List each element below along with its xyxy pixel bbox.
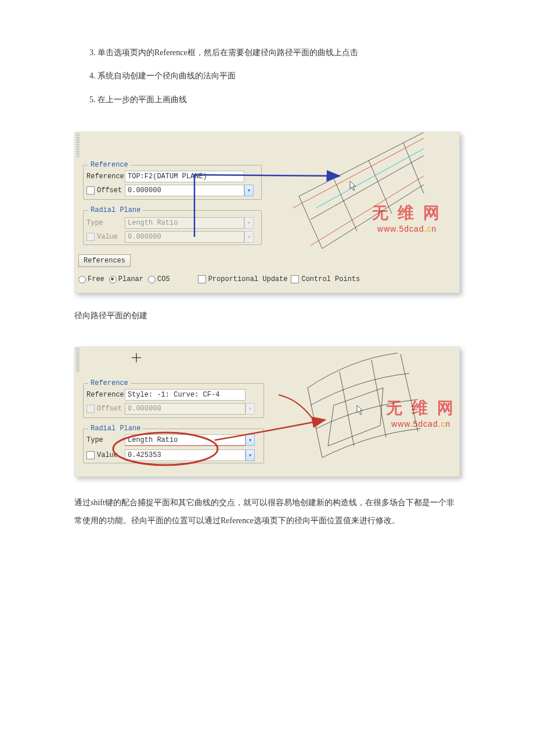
figure-2: Reference Reference Style: -1: Curve: CF… [74,347,460,477]
reference-group-legend-2: Reference [88,379,131,387]
radial-plane-group-legend: Radial Plane [88,206,143,214]
control-points-checkbox[interactable] [291,275,299,283]
type-dropdown-icon-2[interactable]: ▾ [246,434,255,446]
type-field-2[interactable]: Length Ratio [125,434,246,446]
figure-1: Reference Reference TOP:F2(DATUM PLANE) … [74,132,460,293]
value-row-2: Value 0.425353 ▾ [86,449,255,461]
radio-planar[interactable]: Planar [109,275,143,283]
offset-dropdown-icon[interactable]: ▾ [244,185,254,196]
offset-label-2: Offset [97,405,125,413]
step-list: 单击选项页内的Reference框，然后在需要创建径向路径平面的曲线上点击 系统… [74,46,460,106]
svg-line-10 [308,388,322,458]
offset-row-2: Offset 0.000000 ▾ [86,403,255,415]
offset-row: Offset 0.000000 ▾ [86,185,254,196]
reference-label-2: Reference [86,391,125,399]
svg-line-3 [299,196,322,249]
references-button-row: References [78,254,131,267]
svg-line-5 [369,160,392,214]
svg-line-11 [340,372,354,446]
value-field: 0.000000 [125,231,244,243]
svg-line-2 [322,185,424,249]
mode-row: Free Planar COS Proportional Update Cont… [78,275,392,283]
svg-line-13 [400,354,418,431]
reference-group-legend: Reference [88,161,131,169]
proportional-checkbox[interactable] [198,275,206,283]
ui-panel-2: Reference Reference Style: -1: Curve: CF… [75,347,459,476]
reference-field[interactable]: TOP:F2(DATUM PLANE) [125,171,244,182]
watermark: 无 维 网 www.5dcad.cn [372,202,442,233]
ui-panel-1: Reference Reference TOP:F2(DATUM PLANE) … [75,132,459,293]
value-label: Value [97,233,125,241]
watermark-2: 无 维 网 www.5dcad.cn [386,397,456,429]
step-3: 单击选项页内的Reference框，然后在需要创建径向路径平面的曲线上点击 [98,46,460,59]
control-points-label: Control Points [301,275,360,283]
value-field-2[interactable]: 0.425353 [125,449,246,461]
value-dropdown-icon: ▾ [244,231,254,243]
offset-checkbox-2 [86,405,95,413]
references-button[interactable]: References [78,254,131,267]
radio-cos[interactable]: COS [148,275,170,283]
offset-field-2: 0.000000 [125,403,246,415]
svg-line-7 [293,138,424,208]
radial-plane-group-legend-2: Radial Plane [88,424,143,433]
toolbar-grip-2[interactable] [76,348,80,372]
type-dropdown-icon: ▾ [244,217,254,229]
caption-1: 径向路径平面的创建 [74,311,460,321]
svg-line-8 [311,176,424,246]
proportional-label: Proportional Update [208,275,288,283]
svg-line-12 [371,360,386,437]
reference-row-2: Reference Style: -1: Curve: CF-4 [86,389,246,401]
svg-line-6 [403,143,424,193]
type-field: Length Ratio [125,217,244,229]
svg-line-4 [334,179,357,231]
value-checkbox [86,233,95,241]
value-row: Value 0.000000 ▾ [86,231,254,243]
reference-label: Reference [86,172,125,181]
type-row: Type Length Ratio ▾ [86,217,254,229]
svg-line-9 [316,149,424,208]
value-checkbox-2[interactable] [86,451,95,459]
value-label-2: Value [97,451,125,459]
offset-dropdown-icon-2: ▾ [246,403,255,415]
document-page: 单击选项页内的Reference框，然后在需要创建径向路径平面的曲线上点击 系统… [0,0,534,756]
reference-field-2[interactable]: Style: -1: Curve: CF-4 [125,389,246,401]
type-label-2: Type [86,436,125,444]
reference-row: Reference TOP:F2(DATUM PLANE) [86,171,244,182]
toolbar-grip[interactable] [76,134,80,157]
radio-free[interactable]: Free [78,275,104,283]
svg-line-1 [311,156,424,219]
offset-field[interactable]: 0.000000 [125,185,244,196]
paragraph-1: 通过shift键的配合捕捉平面和其它曲线的交点，就可以很容易地创建新的构造线，在… [74,494,460,530]
step-4: 系统自动创建一个径向曲线的法向平面 [98,70,460,82]
type-label: Type [86,219,125,227]
offset-label: Offset [97,186,125,195]
value-dropdown-icon-2[interactable]: ▾ [246,449,255,461]
svg-line-0 [299,132,424,196]
type-row-2: Type Length Ratio ▾ [86,434,255,446]
offset-checkbox[interactable] [86,186,95,195]
step-5: 在上一步的平面上画曲线 [98,93,460,106]
